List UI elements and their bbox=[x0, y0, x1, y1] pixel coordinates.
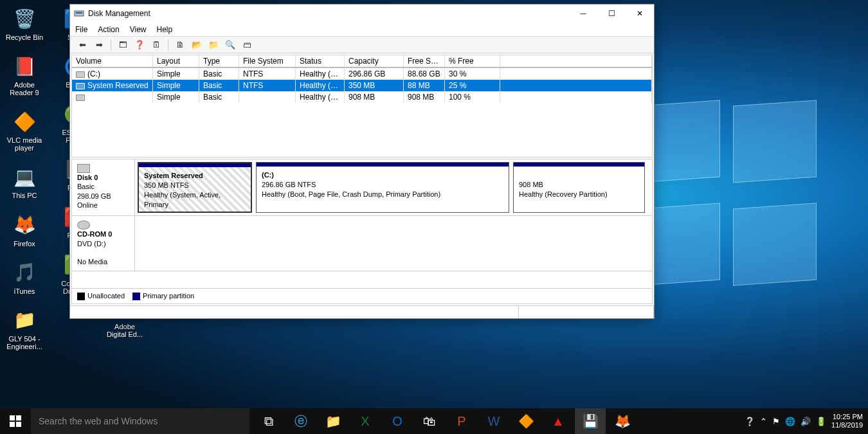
partition[interactable]: 908 MBHealthy (Recovery Partition) bbox=[513, 162, 645, 213]
menu-help[interactable]: Help bbox=[157, 25, 173, 34]
help-icon[interactable]: ❔ bbox=[745, 417, 755, 426]
clock-date: 11/8/2019 bbox=[831, 421, 863, 429]
toolbar-icon[interactable]: ❓ bbox=[132, 38, 147, 52]
svg-rect-3 bbox=[16, 415, 21, 420]
partition[interactable]: (C:)296.86 GB NTFSHealthy (Boot, Page Fi… bbox=[256, 162, 509, 213]
search-placeholder: Search the web and Windows bbox=[39, 416, 158, 426]
file-explorer-icon[interactable]: 📁 bbox=[318, 408, 348, 434]
col-layout[interactable]: Layout bbox=[153, 55, 199, 68]
col-freespace[interactable]: Free Spa... bbox=[404, 55, 445, 68]
window-title: Disk Management bbox=[88, 9, 569, 18]
desktop-icon-itunes[interactable]: 🎵iTunes bbox=[5, 259, 44, 295]
legend: Unallocated Primary partition bbox=[72, 288, 652, 303]
menubar: File Action View Help bbox=[70, 23, 654, 37]
tray-icon[interactable]: ⚑ bbox=[772, 417, 780, 426]
svg-rect-4 bbox=[10, 422, 15, 427]
desktop-icon-gly504[interactable]: 📁GLY 504 - Engineeri... bbox=[5, 307, 44, 350]
toolbar-icon[interactable]: 📁 bbox=[206, 38, 221, 52]
adobe-taskbar-icon[interactable]: ▲ bbox=[543, 408, 574, 434]
icon-label: Recycle Bin bbox=[6, 33, 43, 41]
cdrom-type: DVD (D:) bbox=[77, 240, 106, 248]
network-icon[interactable]: 🌐 bbox=[785, 417, 795, 426]
col-volume[interactable]: Volume bbox=[72, 55, 153, 68]
search-box[interactable]: Search the web and Windows bbox=[31, 408, 249, 434]
disk-type: Basic bbox=[77, 183, 95, 190]
menu-view[interactable]: View bbox=[130, 25, 147, 34]
outlook-icon[interactable]: O bbox=[382, 408, 413, 434]
menu-file[interactable]: File bbox=[75, 25, 87, 34]
svg-rect-2 bbox=[10, 415, 15, 420]
col-type[interactable]: Type bbox=[199, 55, 239, 68]
vlc-icon: 🔶 bbox=[11, 108, 38, 135]
volume-row[interactable]: SimpleBasicHealthy (R...908 MB908 MB100 … bbox=[72, 91, 652, 103]
chevron-up-icon[interactable]: ⌃ bbox=[760, 417, 767, 426]
back-button[interactable]: ⬅ bbox=[75, 38, 89, 52]
vlc-taskbar-icon[interactable]: 🔶 bbox=[511, 408, 541, 434]
toolbar-icon[interactable]: 🗓 bbox=[149, 38, 163, 52]
start-button[interactable] bbox=[0, 408, 31, 434]
col-status[interactable]: Status bbox=[296, 55, 345, 68]
titlebar[interactable]: Disk Management ─ ☐ ✕ bbox=[70, 5, 654, 23]
col-filesystem[interactable]: File System bbox=[239, 55, 296, 68]
taskbar-items: ⧉ ⓔ 📁 X O 🛍 P W 🔶 ▲ 💾 🦊 bbox=[253, 408, 638, 434]
toolbar-icon[interactable]: 🗔 bbox=[116, 38, 130, 52]
cdrom-empty bbox=[135, 216, 652, 270]
icon-label: GLY 504 - Engineeri... bbox=[5, 335, 44, 350]
disk-icon bbox=[77, 164, 90, 173]
battery-icon[interactable]: 🔋 bbox=[816, 417, 826, 426]
volume-row[interactable]: System ReservedSimpleBasicNTFSHealthy (S… bbox=[72, 80, 652, 91]
clock[interactable]: 10:25 PM 11/8/2019 bbox=[831, 413, 863, 429]
col-pctfree[interactable]: % Free bbox=[445, 55, 500, 68]
icon-label: This PC bbox=[12, 192, 37, 199]
disk-state: Online bbox=[77, 201, 98, 209]
toolbar-icon[interactable]: 📂 bbox=[190, 38, 204, 52]
volume-icon[interactable]: 🔊 bbox=[800, 417, 811, 426]
task-view-button[interactable]: ⧉ bbox=[253, 408, 284, 434]
legend-primary: Primary partition bbox=[132, 292, 194, 300]
forward-button[interactable]: ➡ bbox=[92, 38, 106, 52]
disk-0-label[interactable]: Disk 0 Basic 298.09 GB Online bbox=[72, 159, 135, 215]
toolbar-icon[interactable]: 🔍 bbox=[223, 38, 237, 52]
cdrom-state: No Media bbox=[77, 258, 107, 266]
recycle-bin-icon: 🗑️ bbox=[11, 5, 38, 32]
graphical-view-pane: Disk 0 Basic 298.09 GB Online System Res… bbox=[71, 159, 653, 304]
icon-label: Firefox bbox=[14, 240, 35, 248]
cdrom-icon bbox=[77, 221, 90, 230]
powerpoint-icon[interactable]: P bbox=[446, 408, 477, 434]
windows-logo-backdrop bbox=[637, 103, 817, 283]
menu-action[interactable]: Action bbox=[98, 25, 119, 34]
minimize-button[interactable]: ─ bbox=[569, 5, 597, 23]
firefox-icon: 🦊 bbox=[11, 212, 38, 239]
toolbar-icon[interactable]: 🗃 bbox=[240, 38, 254, 52]
store-icon[interactable]: 🛍 bbox=[414, 408, 445, 434]
cdrom-title: CD-ROM 0 bbox=[77, 230, 129, 239]
excel-icon[interactable]: X bbox=[350, 408, 381, 434]
col-capacity[interactable]: Capacity bbox=[345, 55, 404, 68]
desktop-icon-adobe-reader[interactable]: 📕Adobe Reader 9 bbox=[5, 53, 44, 96]
word-icon[interactable]: W bbox=[478, 408, 509, 434]
legend-unallocated: Unallocated bbox=[77, 292, 125, 300]
cdrom-label[interactable]: CD-ROM 0 DVD (D:) No Media bbox=[72, 216, 135, 270]
desktop-icon-firefox[interactable]: 🦊Firefox bbox=[5, 212, 44, 248]
icon-label: Adobe Digital Ed... bbox=[105, 323, 144, 338]
desktop-icon-recycle-bin[interactable]: 🗑️Recycle Bin bbox=[5, 5, 44, 41]
icon-label: iTunes bbox=[14, 287, 35, 295]
firefox-taskbar-icon[interactable]: 🦊 bbox=[607, 408, 638, 434]
icon-label: VLC media player bbox=[5, 136, 44, 152]
disk-mgmt-taskbar-icon[interactable]: 💾 bbox=[575, 408, 606, 434]
svg-rect-1 bbox=[76, 12, 82, 14]
volume-row[interactable]: (C:)SimpleBasicNTFSHealthy (B...296.86 G… bbox=[72, 68, 652, 80]
disk-size: 298.09 GB bbox=[77, 192, 111, 200]
desktop-icon-this-pc[interactable]: 💻This PC bbox=[5, 163, 44, 199]
maximize-button[interactable]: ☐ bbox=[597, 5, 626, 23]
close-button[interactable]: ✕ bbox=[626, 5, 654, 23]
statusbar bbox=[70, 305, 654, 318]
desktop-icon-vlc[interactable]: 🔶VLC media player bbox=[5, 108, 44, 152]
volume-list-header: Volume Layout Type File System Status Ca… bbox=[72, 55, 652, 68]
taskbar: Search the web and Windows ⧉ ⓔ 📁 X O 🛍 P… bbox=[0, 408, 868, 434]
toolbar-icon[interactable]: 🗎 bbox=[173, 38, 187, 52]
disk-management-window: Disk Management ─ ☐ ✕ File Action View H… bbox=[69, 4, 655, 319]
partition[interactable]: System Reserved350 MB NTFSHealthy (Syste… bbox=[138, 162, 252, 213]
this-pc-icon: 💻 bbox=[11, 163, 38, 190]
edge-icon[interactable]: ⓔ bbox=[285, 408, 316, 434]
